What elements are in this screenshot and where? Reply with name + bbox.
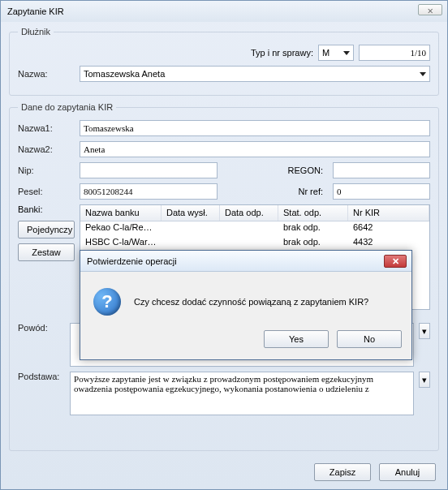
nazwa2-input[interactable]: [80, 141, 430, 157]
powod-label: Powód:: [18, 323, 65, 333]
zestaw-button[interactable]: Zestaw: [18, 243, 75, 261]
banki-label: Banki:: [18, 204, 75, 214]
main-window: Zapytanie KIR ⨉ Dłużnik Typ i nr sprawy:…: [0, 0, 448, 490]
table-header: Nazwa banku Data wysł. Data odp. Stat. o…: [80, 205, 429, 221]
dialog-title: Potwierdzenie operacji: [87, 256, 177, 266]
nazwa-select[interactable]: Tomaszewska Aneta: [80, 66, 430, 82]
nazwa-label: Nazwa:: [18, 69, 75, 79]
podstawa-textarea[interactable]: [70, 372, 413, 415]
dialog-titlebar: Potwierdzenie operacji ✕: [80, 251, 411, 272]
ellipsis-icon: ▾: [422, 375, 427, 385]
chevron-down-icon: [343, 51, 350, 55]
nip-input[interactable]: [80, 162, 218, 178]
window-title: Zapytanie KIR: [7, 6, 64, 16]
nazwa1-label: Nazwa1:: [18, 123, 75, 133]
col-nrkir[interactable]: Nr KIR: [348, 205, 429, 221]
pesel-input[interactable]: [80, 183, 218, 200]
regon-input[interactable]: [333, 162, 430, 178]
dane-legend: Dane do zapytania KIR: [18, 102, 116, 112]
dluznik-legend: Dłużnik: [18, 27, 54, 37]
nrref-label: Nr ref:: [222, 187, 328, 196]
typ-select[interactable]: M: [318, 45, 354, 61]
nip-label: Nip:: [18, 165, 75, 175]
regon-label: REGON:: [222, 165, 328, 175]
pojedynczy-button[interactable]: Pojedynczy: [18, 221, 75, 239]
no-button[interactable]: No: [337, 330, 402, 348]
powod-picker-button[interactable]: ▾: [419, 323, 430, 339]
nazwa-value: Tomaszewska Aneta: [84, 69, 165, 79]
dialog-footer: Yes No: [80, 324, 411, 359]
anuluj-button[interactable]: Anuluj: [379, 463, 436, 481]
nr-sprawy-input[interactable]: [359, 45, 430, 61]
podstawa-picker-button[interactable]: ▾: [419, 372, 430, 388]
ellipsis-icon: ▾: [422, 326, 427, 337]
close-icon: ⨉: [428, 5, 433, 15]
zapisz-button[interactable]: Zapisz: [314, 463, 371, 481]
col-stat[interactable]: Stat. odp.: [278, 205, 348, 221]
dialog-message: Czy chcesz dodać czynność powiązaną z za…: [134, 297, 368, 307]
podstawa-label: Podstawa:: [18, 372, 65, 381]
nazwa2-label: Nazwa2:: [18, 144, 75, 154]
close-icon: ✕: [392, 256, 399, 267]
typ-label: Typ i nr sprawy:: [251, 48, 313, 58]
dialog-close-button[interactable]: ✕: [384, 255, 407, 268]
window-close-button[interactable]: ⨉: [418, 4, 442, 15]
yes-button[interactable]: Yes: [264, 330, 329, 348]
confirm-dialog: Potwierdzenie operacji ✕ ? Czy chcesz do…: [80, 250, 412, 360]
col-data-wysl[interactable]: Data wysł.: [162, 205, 220, 221]
titlebar: Zapytanie KIR ⨉: [1, 1, 447, 22]
col-bank[interactable]: Nazwa banku: [80, 205, 162, 221]
table-row[interactable]: HSBC C-la/Wars... brak odp. 4432: [80, 236, 429, 251]
table-row[interactable]: Pekao C-la/Rekl... brak odp. 6642: [80, 221, 429, 236]
content-area: Dłużnik Typ i nr sprawy: M Nazwa: Tomasz…: [1, 22, 447, 464]
nazwa1-input[interactable]: [80, 120, 430, 136]
dialog-body: ? Czy chcesz dodać czynność powiązaną z …: [80, 272, 411, 324]
chevron-down-icon: [420, 72, 426, 76]
col-data-odp[interactable]: Data odp.: [220, 205, 278, 221]
nrref-input[interactable]: [333, 183, 430, 200]
typ-value: M: [322, 48, 330, 58]
pesel-label: Pesel:: [18, 187, 75, 196]
footer-buttons: Zapisz Anuluj: [314, 463, 436, 481]
dluznik-group: Dłużnik Typ i nr sprawy: M Nazwa: Tomasz…: [9, 27, 439, 96]
question-icon: ?: [93, 288, 121, 316]
